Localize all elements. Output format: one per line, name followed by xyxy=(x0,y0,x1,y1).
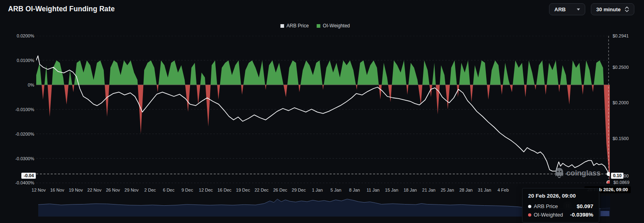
x-axis-tick: 29 Nov xyxy=(124,188,138,192)
coinglass-watermark-text: coinglass xyxy=(566,169,601,178)
crosshair-left-value-chip: -0.04 xyxy=(21,173,36,179)
x-axis-tick: 16 Nov xyxy=(50,188,64,192)
coinglass-funding-rate-page: ARB OI-Weighted Funding Rate ARB 30 minu… xyxy=(0,0,644,223)
right-axis-tick: $0.2500 xyxy=(613,65,629,70)
coinglass-watermark: coinglass xyxy=(555,167,601,178)
symbol-select-value: ARB xyxy=(554,6,566,12)
chart-legend: ARB PriceOI-Weighted xyxy=(281,23,350,29)
crosshair-right-value-chip: 0.10 xyxy=(611,173,623,179)
right-axis-tick: $0.2000 xyxy=(613,100,629,105)
tooltip-series-dot xyxy=(528,205,531,208)
x-axis-tick: 29 Dec xyxy=(292,188,306,192)
x-axis-tick: 18 Jan xyxy=(404,188,417,192)
left-axis-tick: -0.0400% xyxy=(10,180,34,185)
x-axis-tick: 21 Jan xyxy=(422,188,436,192)
x-axis-tick: 2 Dec xyxy=(144,188,156,192)
funding-cursor-dot xyxy=(607,181,610,184)
page-title: ARB OI-Weighted Funding Rate xyxy=(8,5,115,13)
chart-tooltip: 20 Feb 2026, 09:00 ARB Price$0.097OI-Wei… xyxy=(522,188,599,223)
x-axis-tick: 5 Jan xyxy=(330,188,341,192)
tooltip-series-value: -0.0398% xyxy=(570,212,593,218)
x-axis-tick: 12 Dec xyxy=(199,188,213,192)
left-axis-tick: 0.0100% xyxy=(10,58,34,63)
x-axis-tick: 22 Dec xyxy=(254,188,268,192)
x-axis-tick: 16 Dec xyxy=(217,188,231,192)
left-axis-tick: 0.0200% xyxy=(10,33,34,38)
x-axis-tick: 9 Dec xyxy=(182,188,193,192)
legend-label: OI-Weighted xyxy=(323,23,350,29)
x-axis-tick: 25 Jan xyxy=(441,188,454,192)
funding-positive-area xyxy=(36,60,610,182)
right-axis-tick: $0.2941 xyxy=(613,33,629,38)
x-axis-tick: 6 Dec xyxy=(163,188,175,192)
legend-swatch xyxy=(281,24,284,28)
price-cursor-dot xyxy=(607,172,610,176)
left-axis-tick: -0.0100% xyxy=(10,107,34,112)
x-axis-tick: 19 Nov xyxy=(69,188,83,192)
x-axis-tick: 19 Dec xyxy=(236,188,250,192)
tooltip-row: ARB Price$0.097 xyxy=(528,203,593,209)
funding-rate-chart-plot[interactable] xyxy=(36,36,610,184)
x-axis-tick: 12 Nov xyxy=(32,188,46,192)
x-axis-tick: 26 Nov xyxy=(106,188,120,192)
tooltip-series-label: ARB Price xyxy=(534,203,558,209)
right-axis-tick: $0.1500 xyxy=(613,136,629,141)
x-axis-tick: 4 Feb xyxy=(497,188,509,192)
left-axis-tick: -0.0300% xyxy=(10,156,34,161)
x-axis-tick: 11 Jan xyxy=(367,188,380,192)
interval-select-value: 30 minute xyxy=(596,6,621,12)
x-axis-tick: 8 Jan xyxy=(349,188,360,192)
legend-swatch xyxy=(317,24,320,28)
x-axis-tick: 31 Jan xyxy=(478,188,491,192)
x-axis-tick: 1 Jan xyxy=(312,188,323,192)
legend-item-oi-weighted[interactable]: OI-Weighted xyxy=(317,23,350,29)
x-axis-tick: 28 Jan xyxy=(459,188,473,192)
tooltip-series-value: $0.097 xyxy=(577,203,593,209)
header-controls: ARB 30 minute xyxy=(549,3,634,15)
x-axis-tick: 15 Jan xyxy=(385,188,398,192)
left-axis-tick: -0.0200% xyxy=(10,132,34,136)
coinglass-ghost-icon xyxy=(555,167,564,178)
right-axis-min-label: $0.0869 xyxy=(613,180,630,185)
legend-item-arb-price[interactable]: ARB Price xyxy=(281,23,309,29)
symbol-select[interactable]: ARB xyxy=(549,3,585,15)
legend-label: ARB Price xyxy=(287,23,309,29)
tooltip-series-label: OI-Weighted xyxy=(534,212,563,218)
left-axis-tick: 0% xyxy=(10,83,34,87)
x-axis-tick: 26 Dec xyxy=(273,188,287,192)
interval-select[interactable]: 30 minute xyxy=(591,3,634,15)
tooltip-row: OI-Weighted-0.0398% xyxy=(528,212,593,218)
tooltip-series-dot xyxy=(528,213,531,217)
navigator-selected-slab xyxy=(601,211,609,216)
x-axis-tick: 22 Nov xyxy=(87,188,101,192)
chevron-down-icon xyxy=(577,8,580,10)
stepper-updown-icon xyxy=(625,6,629,12)
tooltip-date: 20 Feb 2026, 09:00 xyxy=(528,193,593,199)
